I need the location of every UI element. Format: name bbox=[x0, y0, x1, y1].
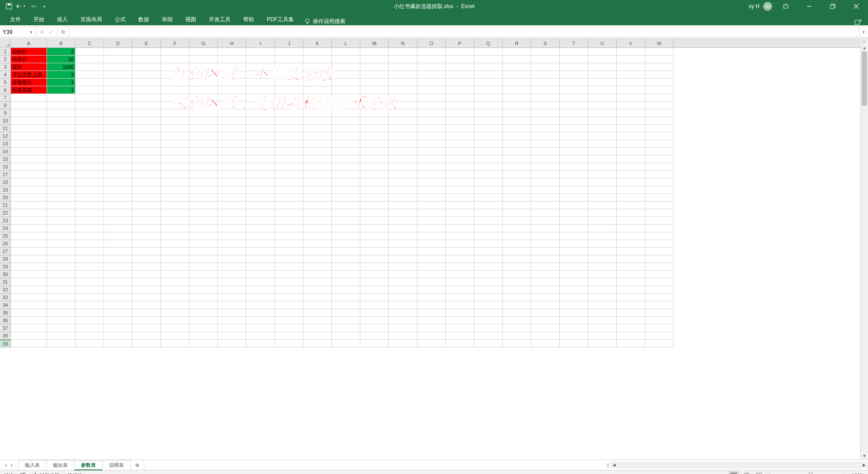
column-header-T[interactable]: T bbox=[560, 39, 588, 47]
cell-I36[interactable] bbox=[246, 317, 275, 324]
column-header-B[interactable]: B bbox=[47, 39, 75, 47]
cell-T21[interactable] bbox=[560, 202, 588, 209]
cell-T24[interactable] bbox=[560, 225, 588, 232]
row-header-17[interactable]: 17 bbox=[0, 171, 11, 178]
cell-R7[interactable] bbox=[503, 94, 531, 102]
cell-H4[interactable] bbox=[218, 71, 246, 79]
cell-N25[interactable] bbox=[389, 232, 417, 240]
cell-M1[interactable] bbox=[360, 48, 389, 56]
cell-Q26[interactable] bbox=[474, 240, 503, 248]
row-header-10[interactable]: 10 bbox=[0, 117, 11, 125]
cell-B23[interactable] bbox=[47, 217, 75, 225]
cell-D10[interactable] bbox=[104, 117, 132, 125]
cell-I39[interactable] bbox=[246, 340, 275, 347]
cell-K21[interactable] bbox=[303, 202, 332, 209]
cell-E30[interactable] bbox=[132, 271, 161, 278]
cell-C27[interactable] bbox=[75, 248, 104, 255]
column-header-K[interactable]: K bbox=[303, 39, 332, 47]
row-header-18[interactable]: 18 bbox=[0, 178, 11, 186]
cell-U39[interactable] bbox=[588, 340, 617, 347]
cell-R29[interactable] bbox=[503, 263, 531, 271]
cell-S24[interactable] bbox=[531, 225, 560, 232]
cell-D2[interactable] bbox=[104, 56, 132, 63]
cell-O8[interactable] bbox=[417, 102, 446, 109]
cell-S27[interactable] bbox=[531, 248, 560, 255]
column-header-I[interactable]: I bbox=[246, 39, 275, 47]
cell-H33[interactable] bbox=[218, 294, 246, 301]
cell-W35[interactable] bbox=[645, 309, 674, 317]
row-header-25[interactable]: 25 bbox=[0, 232, 11, 240]
cell-R18[interactable] bbox=[503, 178, 531, 186]
cell-W22[interactable] bbox=[645, 209, 674, 217]
cell-A1[interactable]: 起始行 bbox=[11, 48, 47, 56]
cell-R20[interactable] bbox=[503, 194, 531, 202]
cell-Q20[interactable] bbox=[474, 194, 503, 202]
cell-V22[interactable] bbox=[617, 209, 645, 217]
cell-B1[interactable]: 2 bbox=[47, 48, 75, 56]
cell-R32[interactable] bbox=[503, 286, 531, 294]
cell-C34[interactable] bbox=[75, 301, 104, 309]
cell-U31[interactable] bbox=[588, 278, 617, 286]
cell-B26[interactable] bbox=[47, 240, 75, 248]
cell-J27[interactable] bbox=[275, 248, 303, 255]
cell-I31[interactable] bbox=[246, 278, 275, 286]
cell-R25[interactable] bbox=[503, 232, 531, 240]
tab-help[interactable]: 帮助 bbox=[237, 14, 260, 25]
cell-P21[interactable] bbox=[446, 202, 474, 209]
cell-T29[interactable] bbox=[560, 263, 588, 271]
cell-M4[interactable] bbox=[360, 71, 389, 79]
cell-I14[interactable] bbox=[246, 148, 275, 155]
cell-C37[interactable] bbox=[75, 324, 104, 332]
cell-G30[interactable] bbox=[189, 271, 218, 278]
cell-J31[interactable] bbox=[275, 278, 303, 286]
cell-O37[interactable] bbox=[417, 324, 446, 332]
cell-C12[interactable] bbox=[75, 132, 104, 140]
cell-R33[interactable] bbox=[503, 294, 531, 301]
formula-input[interactable] bbox=[69, 27, 859, 37]
cell-I7[interactable] bbox=[246, 94, 275, 102]
cell-C8[interactable] bbox=[75, 102, 104, 109]
cell-D22[interactable] bbox=[104, 209, 132, 217]
cell-T5[interactable] bbox=[560, 79, 588, 86]
cell-W15[interactable] bbox=[645, 155, 674, 163]
cell-F36[interactable] bbox=[161, 317, 189, 324]
cell-V8[interactable] bbox=[617, 102, 645, 109]
cell-C13[interactable] bbox=[75, 140, 104, 148]
column-header-Q[interactable]: Q bbox=[474, 39, 503, 47]
cell-J23[interactable] bbox=[275, 217, 303, 225]
cell-P35[interactable] bbox=[446, 309, 474, 317]
cell-C28[interactable] bbox=[75, 255, 104, 263]
cell-T31[interactable] bbox=[560, 278, 588, 286]
cell-Q15[interactable] bbox=[474, 155, 503, 163]
cell-G13[interactable] bbox=[189, 140, 218, 148]
cell-T18[interactable] bbox=[560, 178, 588, 186]
cell-I32[interactable] bbox=[246, 286, 275, 294]
cell-C18[interactable] bbox=[75, 178, 104, 186]
cell-N39[interactable] bbox=[389, 340, 417, 347]
cell-L25[interactable] bbox=[332, 232, 360, 240]
cell-S4[interactable] bbox=[531, 71, 560, 79]
cell-U34[interactable] bbox=[588, 301, 617, 309]
cell-S25[interactable] bbox=[531, 232, 560, 240]
cell-C4[interactable] bbox=[75, 71, 104, 79]
cell-Q6[interactable] bbox=[474, 86, 503, 94]
column-header-H[interactable]: H bbox=[218, 39, 246, 47]
cell-T12[interactable] bbox=[560, 132, 588, 140]
cell-S39[interactable] bbox=[531, 340, 560, 347]
cell-W21[interactable] bbox=[645, 202, 674, 209]
cell-I11[interactable] bbox=[246, 125, 275, 132]
cell-W18[interactable] bbox=[645, 178, 674, 186]
row-header-32[interactable]: 32 bbox=[0, 286, 11, 294]
cell-N10[interactable] bbox=[389, 117, 417, 125]
cell-B28[interactable] bbox=[47, 255, 75, 263]
cell-L16[interactable] bbox=[332, 163, 360, 171]
cell-K4[interactable] bbox=[303, 71, 332, 79]
cell-W8[interactable] bbox=[645, 102, 674, 109]
cell-F30[interactable] bbox=[161, 271, 189, 278]
tell-me-search[interactable]: 操作说明搜索 bbox=[305, 18, 345, 25]
cell-N18[interactable] bbox=[389, 178, 417, 186]
cell-H26[interactable] bbox=[218, 240, 246, 248]
cell-A34[interactable] bbox=[11, 301, 47, 309]
cell-L2[interactable] bbox=[332, 56, 360, 63]
cell-H20[interactable] bbox=[218, 194, 246, 202]
